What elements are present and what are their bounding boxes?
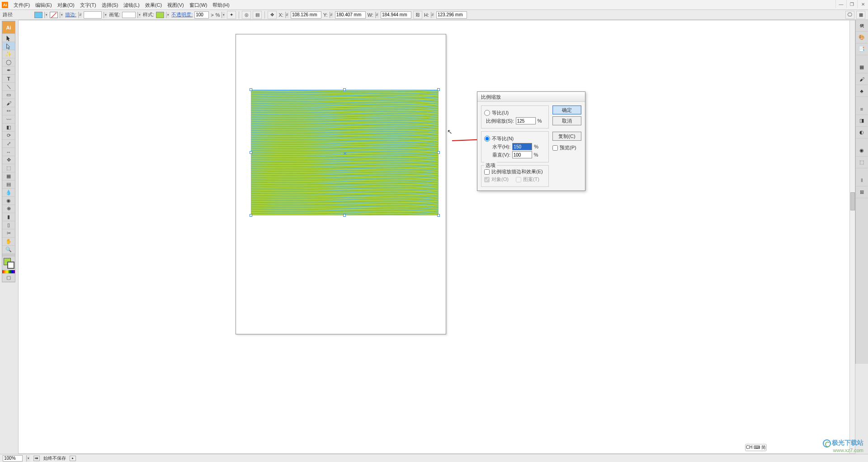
handle-tl[interactable] [250, 88, 252, 91]
minimize-button[interactable]: — [835, 0, 846, 8]
rotate-tool[interactable]: ⟳ [2, 132, 15, 140]
handle-center[interactable]: ✕ [343, 151, 346, 154]
gradient-tool[interactable]: ▤ [2, 181, 15, 189]
blend-tool[interactable]: ◉ [2, 197, 15, 205]
copy-button[interactable]: 复制(C) [552, 132, 581, 141]
pencil-tool[interactable]: ✏ [2, 107, 15, 115]
dialog-title[interactable]: 比例缩放 [477, 92, 585, 102]
panel-transform-icon[interactable]: ⊞ [856, 186, 868, 198]
doc-setup-icon[interactable]: 🖵 [845, 11, 854, 19]
opacity-input[interactable] [194, 11, 209, 19]
width-tool[interactable]: ↔ [2, 148, 15, 156]
slice-tool[interactable]: ✂ [2, 229, 15, 238]
handle-br[interactable] [437, 214, 440, 217]
panel-color-icon[interactable]: 🎨 [856, 32, 868, 43]
fill-swatch[interactable] [34, 12, 42, 18]
status-menu[interactable]: ▸ [70, 456, 76, 461]
panel-symbols-icon[interactable]: ♣ [856, 85, 868, 97]
brush-dropdown[interactable]: ▾ [137, 12, 141, 18]
stroke-weight-dropdown[interactable]: ▾ [104, 12, 107, 18]
magic-wand-tool[interactable]: ✨ [2, 50, 15, 58]
menu-window[interactable]: 窗口(W) [187, 0, 210, 10]
hand-tool[interactable]: ✋ [2, 238, 15, 246]
recolor-icon[interactable]: ✦ [227, 11, 236, 19]
panel-swatches-icon[interactable]: ▦ [856, 62, 868, 73]
close-button[interactable]: ✕ [857, 0, 868, 8]
handle-ml[interactable] [250, 151, 252, 154]
menu-help[interactable]: 帮助(H) [210, 0, 232, 10]
pen-tool[interactable]: ✒ [2, 67, 15, 75]
column-graph-tool[interactable]: ▮ [2, 213, 15, 221]
y-stepper[interactable]: ⇵ [330, 12, 333, 18]
nonuniform-radio[interactable] [484, 136, 490, 142]
opacity-label[interactable]: 不透明度: [171, 11, 193, 18]
symbol-sprayer-tool[interactable]: ❋ [2, 205, 15, 213]
screen-mode-tool[interactable]: ▢ [2, 274, 15, 282]
panel-stroke-icon[interactable]: ≡ [856, 103, 868, 115]
eyedropper-tool[interactable]: 💧 [2, 189, 15, 197]
vertical-input[interactable] [512, 151, 532, 158]
menu-text[interactable]: 文字(T) [77, 0, 99, 10]
opacity-dropdown[interactable]: ▾ [222, 12, 225, 18]
w-input[interactable] [381, 11, 411, 19]
panel-brushes-icon[interactable]: 🖌 [856, 73, 868, 85]
select-similar-icon[interactable]: ▤ [253, 11, 262, 19]
stroke-label[interactable]: 描边: [65, 11, 76, 18]
zoom-input[interactable] [3, 455, 23, 462]
h-input[interactable] [436, 11, 467, 19]
panel-appearance-icon[interactable]: ◉ [856, 145, 868, 157]
free-transform-tool[interactable]: ✥ [2, 156, 15, 164]
zoom-dropdown[interactable]: ▾ [26, 455, 30, 462]
canvas-area[interactable]: ✕ ↖ [18, 20, 855, 454]
menu-file[interactable]: 文件(F) [11, 0, 33, 10]
zoom-tool[interactable]: 🔍 [2, 246, 15, 254]
artboard-tool[interactable]: ▯ [2, 221, 15, 229]
mesh-tool[interactable]: ▦ [2, 172, 15, 181]
cancel-button[interactable]: 取消 [552, 116, 581, 125]
handle-tr[interactable] [437, 88, 440, 91]
pref-icon[interactable]: ▦ [856, 11, 865, 19]
scrollbar-thumb[interactable] [850, 192, 855, 210]
ime-indicator[interactable]: CH ⌨ 简 [745, 444, 767, 451]
color-mode-bar[interactable] [2, 270, 15, 274]
fill-stroke-control[interactable] [2, 257, 15, 270]
uniform-radio[interactable] [484, 110, 490, 116]
menu-edit[interactable]: 编辑(E) [33, 0, 55, 10]
w-stepper[interactable]: ⇵ [375, 12, 379, 18]
shape-builder-tool[interactable]: ⬚ [2, 164, 15, 172]
type-tool[interactable]: T [2, 75, 15, 83]
lasso-tool[interactable]: ◯ [2, 58, 15, 67]
paintbrush-tool[interactable]: 🖌 [2, 99, 15, 107]
rectangle-tool[interactable]: ▭ [2, 91, 15, 99]
horizontal-input[interactable] [512, 143, 532, 150]
isolate-icon[interactable]: ◎ [242, 11, 251, 19]
handle-bl[interactable] [250, 214, 252, 217]
stroke-swatch[interactable] [50, 12, 58, 18]
direct-selection-tool[interactable] [2, 42, 15, 50]
x-stepper[interactable]: ⇵ [285, 12, 289, 18]
artboard-nav-first[interactable]: ⏮ [33, 456, 40, 461]
selection-tool[interactable] [2, 34, 15, 42]
panel-tools-icon[interactable]: 🛠 [856, 20, 868, 32]
fill-dropdown[interactable]: ▾ [44, 12, 48, 18]
handle-tm[interactable] [343, 88, 346, 91]
scale-strokes-checkbox[interactable] [484, 169, 490, 175]
restore-button[interactable]: ❐ [846, 0, 857, 8]
transform-panel-icon[interactable]: ✥ [268, 11, 277, 19]
panel-layers-icon[interactable]: 📑 [856, 43, 868, 55]
style-swatch[interactable] [156, 12, 164, 18]
preview-checkbox[interactable] [552, 145, 558, 151]
h-stepper[interactable]: ⇵ [431, 12, 434, 18]
stroke-weight-stepper[interactable]: ⇵ [78, 12, 82, 18]
panel-transparency-icon[interactable]: ◐ [856, 127, 868, 138]
panel-gradient-icon[interactable]: ◨ [856, 115, 868, 127]
eraser-tool[interactable]: ◧ [2, 124, 15, 132]
style-dropdown[interactable]: ▾ [166, 12, 170, 18]
menu-object[interactable]: 对象(O) [55, 0, 77, 10]
uniform-scale-input[interactable] [516, 117, 536, 124]
menu-effect[interactable]: 效果(C) [142, 0, 165, 10]
menu-select[interactable]: 选择(S) [99, 0, 121, 10]
line-tool[interactable]: ＼ [2, 83, 15, 91]
panel-graphic-styles-icon[interactable]: ⬚ [856, 157, 868, 168]
link-wh-icon[interactable]: ⛓ [413, 11, 422, 19]
